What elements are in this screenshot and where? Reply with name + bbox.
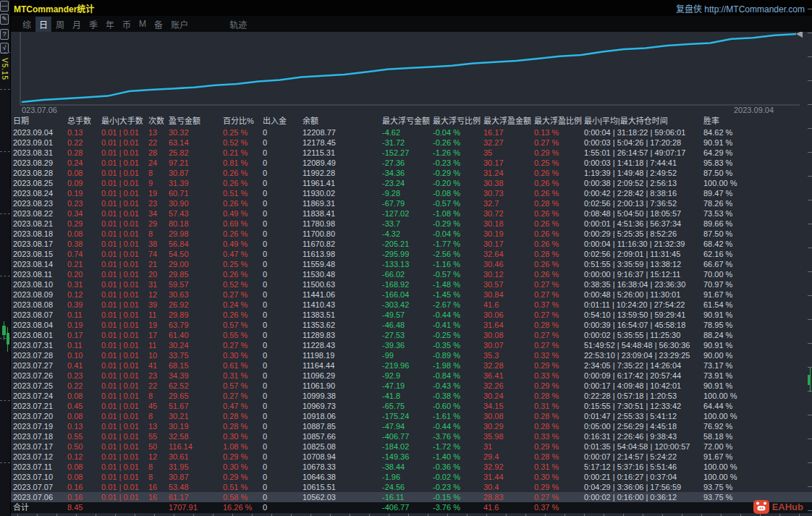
table-row[interactable]: 2023.08.240.190.01 | 0.011960.710.51 %01… [10, 188, 812, 198]
row-cell: 0:00:04 | 11:16:30 | 21:32:39 [584, 239, 703, 249]
sidebar-button-edit[interactable]: ✎ [0, 14, 9, 25]
table-row[interactable]: 2023.08.310.280.01 | 0.012825.820.21 %01… [10, 148, 812, 158]
table-row[interactable]: 2023.08.010.170.01 | 0.011761.400.55 %01… [10, 330, 812, 340]
row-cell: 2023.08.17 [13, 239, 67, 249]
menu-item-5[interactable]: 季 [85, 17, 101, 32]
table-row[interactable]: 2023.07.310.110.01 | 0.011130.240.27 %01… [10, 340, 812, 350]
table-row[interactable]: 2023.07.120.120.01 | 0.011230.610.29 %01… [10, 452, 812, 462]
row-cell: 0.27 % [534, 138, 584, 148]
row-cell: 76.92 % [703, 421, 767, 431]
table-row[interactable]: 2023.08.070.110.01 | 0.011129.890.26 %01… [10, 310, 812, 320]
table-row[interactable]: 2023.07.180.550.01 | 0.015532.580.30 %01… [10, 431, 812, 441]
menu-item-7[interactable]: 币 [119, 17, 135, 32]
table-row[interactable]: 2023.08.140.210.01 | 0.012129.000.25 %01… [10, 259, 812, 269]
table-row[interactable]: 2023.08.230.230.01 | 0.012330.900.26 %01… [10, 198, 812, 208]
sidebar-button-help[interactable]: ? [0, 29, 9, 40]
row-cell: 35.98 [483, 431, 534, 441]
row-cell: 28 [148, 148, 169, 158]
row-cell: 0 [263, 269, 303, 279]
table-row[interactable]: 2023.08.150.740.01 | 0.017454.500.47 %01… [10, 249, 812, 259]
table-row[interactable]: 2023.07.280.100.01 | 0.011033.750.30 %01… [10, 350, 812, 360]
table-row[interactable]: 2023.07.210.450.01 | 0.014551.670.47 %01… [10, 401, 812, 411]
brand-link[interactable]: 复盘侠 http://MTCommander.com [676, 2, 805, 14]
table-row[interactable]: 2023.07.240.080.01 | 0.01829.650.27 %010… [10, 391, 812, 401]
row-cell: 12089.49 [303, 158, 382, 168]
row-cell: 91.67 % [703, 289, 767, 300]
row-cell: 0:00:17 | 4:09:48 | 10:42:01 [584, 381, 703, 391]
row-cell: 90.00 % [703, 350, 767, 360]
row-cell: 0.27 % [534, 279, 584, 289]
row-cell: -0.57 % [433, 198, 483, 208]
table-row[interactable]: 2023.08.180.080.01 | 0.01829.980.26 %011… [10, 229, 812, 239]
table-row[interactable]: 2023.07.260.230.01 | 0.012334.390.31 %01… [10, 371, 812, 381]
row-cell: 8 [148, 462, 169, 472]
menu-item-4[interactable]: 月 [69, 17, 85, 32]
row-cell: 0.01 | 0.01 [101, 371, 148, 381]
row-cell: 0 [263, 188, 303, 198]
table-row[interactable]: 2023.08.110.200.01 | 0.012029.850.26 %01… [10, 269, 812, 279]
table-row[interactable]: 2023.08.080.390.01 | 0.013926.920.24 %01… [10, 300, 812, 310]
candlestick-fragment [810, 368, 811, 392]
table-row[interactable]: 2023.07.100.080.01 | 0.01830.870.29 %010… [10, 472, 812, 482]
table-row[interactable]: 2023.08.280.080.01 | 0.01830.870.26 %011… [10, 168, 812, 178]
row-cell: 30.87 [169, 168, 223, 178]
menu-item-9[interactable]: 备 [151, 17, 166, 32]
row-cell: 90.91 % [703, 381, 767, 391]
row-cell: 0.32 % [534, 350, 584, 360]
row-cell: 2023.07.10 [13, 472, 67, 482]
row-cell: 0.27 % [534, 310, 584, 320]
row-cell: 2023.08.04 [13, 320, 67, 330]
row-cell: 0 [263, 239, 303, 249]
table-row[interactable]: 2023.09.010.220.01 | 0.012263.140.52 %01… [10, 138, 812, 148]
table-row[interactable]: 2023.08.170.380.01 | 0.013856.840.49 %01… [10, 239, 812, 249]
row-cell: -1.16 % [433, 259, 483, 269]
row-cell: 0:00:29 | 5:25:35 | 8:52:26 [584, 229, 703, 239]
row-cell: 0:16:31 | 2:26:46 | 9:38:43 [584, 431, 703, 441]
menu-item-3[interactable]: 周 [52, 17, 68, 32]
row-cell: 28.83 [483, 492, 534, 502]
menu-item-2[interactable]: 日 [35, 17, 51, 32]
row-cell: 60.71 [169, 188, 223, 198]
menu-item-11[interactable]: 轨迹 [226, 17, 250, 32]
menu-item-10[interactable]: 账户 [167, 17, 192, 32]
table-row[interactable]: 2023.07.200.080.01 | 0.01830.210.28 %010… [10, 411, 812, 421]
row-cell: 0:01:47 | 2:55:33 | 5:41:12 [584, 411, 703, 421]
row-cell: 0.01 | 0.01 [101, 472, 148, 482]
scale-tick [808, 486, 812, 487]
table-row[interactable]: 2023.07.060.160.01 | 0.011661.170.58 %01… [10, 492, 812, 502]
table-row[interactable]: 2023.08.040.190.01 | 0.011963.790.57 %01… [10, 320, 812, 330]
menu-item-8[interactable]: M [135, 17, 150, 30]
table-row[interactable]: 2023.09.040.130.01 | 0.011330.320.25 %01… [10, 127, 812, 138]
row-cell: 0 [263, 310, 303, 320]
row-cell: -0.15 % [433, 492, 483, 502]
table-row[interactable]: 2023.08.250.090.01 | 0.01931.390.26 %011… [10, 178, 812, 188]
row-cell: 70.00 % [703, 269, 767, 279]
table-row[interactable]: 2023.08.220.340.01 | 0.013457.430.49 %01… [10, 208, 812, 219]
table-row[interactable]: 2023.08.290.240.01 | 0.012497.210.81 %01… [10, 158, 812, 168]
row-cell: 0.28 % [223, 411, 263, 421]
table-row[interactable]: 2023.08.210.290.01 | 0.012980.180.69 %01… [10, 219, 812, 229]
row-cell: 2023.08.21 [13, 219, 67, 229]
row-cell: -1.26 % [433, 148, 483, 158]
table-row[interactable]: 2023.07.190.130.01 | 0.011330.190.28 %01… [10, 421, 812, 431]
menu-item-6[interactable]: 年 [102, 17, 118, 32]
row-cell: 2023.07.31 [13, 340, 67, 350]
menu-item-1[interactable]: 综 [19, 17, 35, 32]
row-cell: 0 [263, 462, 303, 472]
table-row[interactable]: 2023.07.110.080.01 | 0.01831.950.30 %010… [10, 462, 812, 472]
table-row[interactable]: 2023.07.070.160.01 | 0.011653.480.51 %01… [10, 482, 812, 492]
row-cell: 56.84 [169, 239, 223, 249]
table-row[interactable]: 2023.07.250.220.01 | 0.012262.520.57 %01… [10, 381, 812, 391]
row-cell: 61.40 [169, 330, 223, 340]
row-cell: 59.57 [169, 279, 223, 289]
table-row[interactable]: 2023.08.090.120.01 | 0.011230.630.27 %01… [10, 289, 812, 300]
row-cell: 0.23 [67, 371, 101, 381]
row-cell: 0.01 | 0.01 [101, 289, 148, 300]
table-row[interactable]: 2023.07.170.500.01 | 0.0150116.141.08 %0… [10, 441, 812, 452]
row-cell: -1.48 % [433, 279, 483, 289]
row-cell: 0.25 % [223, 259, 263, 269]
table-row[interactable]: 2023.08.100.310.01 | 0.013159.570.52 %01… [10, 279, 812, 289]
sidebar-button-minimize[interactable]: — [0, 1, 9, 12]
row-cell: 0:02:56 | 2:00:13 | 7:36:52 [584, 198, 703, 208]
table-row[interactable]: 2023.07.270.410.01 | 0.014168.150.61 %01… [10, 360, 812, 371]
